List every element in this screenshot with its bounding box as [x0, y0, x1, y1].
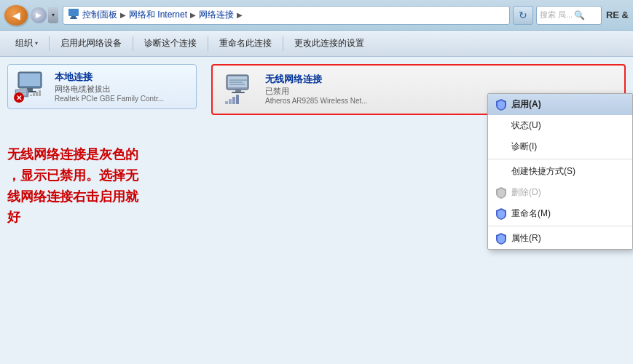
ctx-delete[interactable]: 删除(D): [488, 182, 632, 203]
breadcrumb-part-1[interactable]: 控制面板: [82, 9, 117, 21]
diagnose-button[interactable]: 诊断这个连接: [136, 33, 205, 54]
local-conn-name: 本地连接: [55, 71, 190, 84]
breadcrumb-sep-2: ▶: [190, 11, 196, 19]
refresh-button[interactable]: ↻: [513, 6, 533, 25]
ctx-properties[interactable]: 属性(R): [488, 228, 632, 249]
svg-rect-20: [229, 99, 232, 104]
enable-network-button[interactable]: 启用此网络设备: [52, 33, 130, 54]
left-panel: ✕ 本地连接 网络电缆被拔出 Realtek PCIe GBE Family C…: [0, 57, 204, 364]
ctx-diagnose-label: 诊断(I): [511, 141, 537, 153]
toolbar-separator-2: [133, 36, 133, 51]
annotation-text: 无线网络连接是灰色的 ，显示已禁用。选择无 线网络连接右击启用就 好: [7, 144, 197, 228]
shield-delete-icon: [495, 187, 507, 199]
local-conn-status: 网络电缆被拔出: [55, 84, 190, 95]
svg-rect-4: [20, 74, 40, 86]
toolbar: 组织 ▾ 启用此网络设备 诊断这个连接 重命名此连接 更改此连接的设置: [0, 31, 633, 57]
extra-label: RE &: [606, 9, 629, 20]
back-button[interactable]: ◀: [4, 5, 28, 25]
toolbar-separator-1: [49, 36, 50, 51]
forward-button[interactable]: ▶: [31, 7, 47, 23]
svg-rect-19: [225, 101, 228, 104]
ctx-diagnose[interactable]: 诊断(I): [488, 136, 632, 157]
ctx-separator-1: [488, 159, 632, 159]
ctx-status-label: 状态(U): [511, 119, 541, 132]
local-conn-adapter: Realtek PCIe GBE Family Contr...: [55, 95, 190, 103]
svg-rect-13: [36, 92, 38, 96]
breadcrumb-part-2[interactable]: 网络和 Internet: [129, 9, 187, 21]
ctx-rename-label: 重命名(M): [511, 207, 551, 220]
ctx-rename[interactable]: 重命名(M): [488, 203, 632, 224]
breadcrumb-sep-3: ▶: [237, 11, 243, 19]
toolbar-separator-3: [208, 36, 208, 51]
svg-rect-18: [232, 92, 245, 93]
organize-arrow: ▾: [35, 40, 38, 47]
svg-rect-0: [68, 9, 79, 16]
breadcrumb: 控制面板 ▶ 网络和 Internet ▶ 网络连接 ▶: [63, 6, 510, 25]
wireless-icon-wrap: [220, 73, 258, 106]
svg-rect-17: [235, 90, 241, 92]
rename-button[interactable]: 重命名此连接: [211, 33, 280, 54]
svg-rect-1: [71, 16, 76, 17]
breadcrumb-part-3[interactable]: 网络连接: [199, 9, 234, 21]
change-settings-button[interactable]: 更改此连接的设置: [286, 33, 372, 54]
svg-rect-11: [30, 95, 32, 96]
wireless-conn-name: 无线网络连接: [265, 73, 617, 86]
organize-button[interactable]: 组织 ▾: [7, 33, 46, 54]
ctx-create-shortcut[interactable]: 创建快捷方式(S): [488, 161, 632, 182]
local-conn-icon-wrap: ✕: [14, 71, 49, 103]
ctx-enable[interactable]: 启用(A): [488, 94, 632, 115]
breadcrumb-sep-1: ▶: [120, 11, 126, 19]
breadcrumb-icon: [68, 8, 79, 22]
ctx-status-icon: [495, 120, 507, 132]
svg-rect-22: [236, 95, 239, 104]
ctx-delete-label: 删除(D): [511, 186, 541, 199]
ctx-separator-2: [488, 226, 632, 226]
ctx-enable-label: 启用(A): [511, 98, 541, 111]
toolbar-separator-4: [283, 36, 283, 51]
search-area[interactable]: 搜索 局... 🔍: [536, 6, 602, 25]
svg-rect-21: [232, 97, 235, 104]
search-placeholder: 搜索 局...: [540, 9, 573, 20]
wireless-connection-icon: [221, 74, 257, 106]
shield-enable-icon: [495, 99, 507, 111]
main-content: ✕ 本地连接 网络电缆被拔出 Realtek PCIe GBE Family C…: [0, 57, 633, 364]
local-conn-info: 本地连接 网络电缆被拔出 Realtek PCIe GBE Family Con…: [55, 71, 190, 103]
ctx-diagnose-icon: [495, 141, 507, 153]
nav-dropdown-button[interactable]: ▾: [48, 7, 58, 23]
context-menu: 启用(A) 状态(U) 诊断(I) 创建快捷方式(S): [487, 93, 633, 250]
svg-rect-12: [33, 93, 35, 96]
svg-rect-14: [39, 90, 41, 96]
shield-rename-icon: [495, 208, 507, 220]
error-badge: ✕: [14, 92, 24, 103]
right-panel: 无线网络连接 已禁用 Atheros AR9285 Wireless Net..…: [204, 57, 633, 364]
search-icon[interactable]: 🔍: [574, 10, 585, 20]
ctx-shortcut-label: 创建快捷方式(S): [511, 165, 575, 178]
svg-rect-2: [70, 17, 77, 19]
local-connection-item[interactable]: ✕ 本地连接 网络电缆被拔出 Realtek PCIe GBE Family C…: [7, 64, 197, 109]
title-bar: ◀ ▶ ▾ 控制面板 ▶ 网络和 Internet ▶ 网络连接 ▶ ↻ 搜索 …: [0, 0, 633, 31]
shield-properties-icon: [495, 233, 507, 245]
ctx-shortcut-icon: [495, 166, 507, 178]
ctx-properties-label: 属性(R): [511, 232, 541, 245]
ctx-status[interactable]: 状态(U): [488, 115, 632, 136]
